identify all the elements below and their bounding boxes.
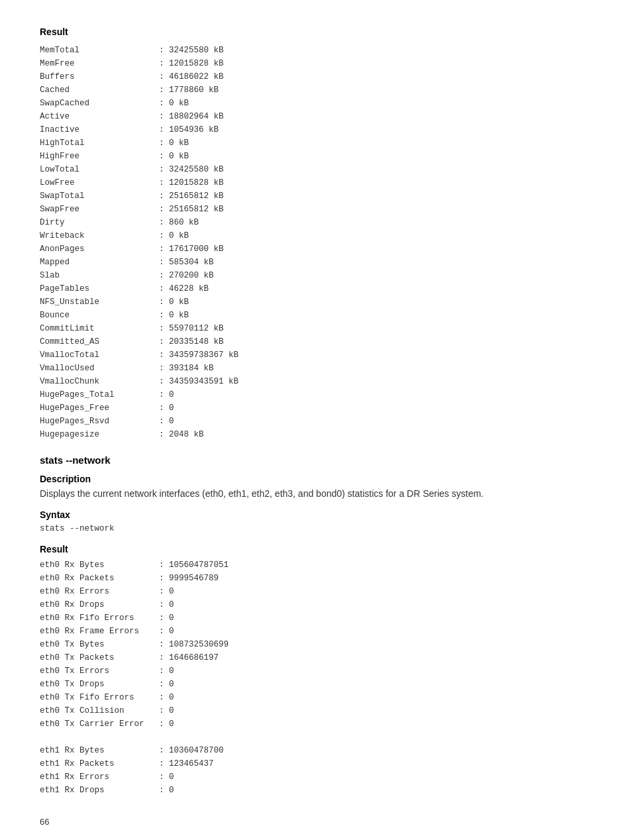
description-text: Displays the current network interfaces … (40, 488, 592, 499)
description-heading: Description (40, 474, 592, 484)
syntax-code: stats --network (40, 524, 592, 533)
result1-section: Result MemTotal : 32425580 kB MemFree : … (40, 26, 592, 441)
result1-heading: Result (40, 26, 592, 37)
eth1-code-block: eth1 Rx Bytes : 10360478700 eth1 Rx Pack… (40, 744, 592, 797)
result1-code-block: MemTotal : 32425580 kB MemFree : 1201582… (40, 44, 592, 441)
page-number: 66 (40, 817, 592, 827)
eth0-code-block: eth0 Rx Bytes : 105604787051 eth0 Rx Pac… (40, 558, 592, 731)
stats-network-section: stats --network Description Displays the… (40, 454, 592, 797)
stats-network-command: stats --network (40, 454, 592, 466)
result2-heading: Result (40, 544, 592, 554)
syntax-heading: Syntax (40, 509, 592, 520)
